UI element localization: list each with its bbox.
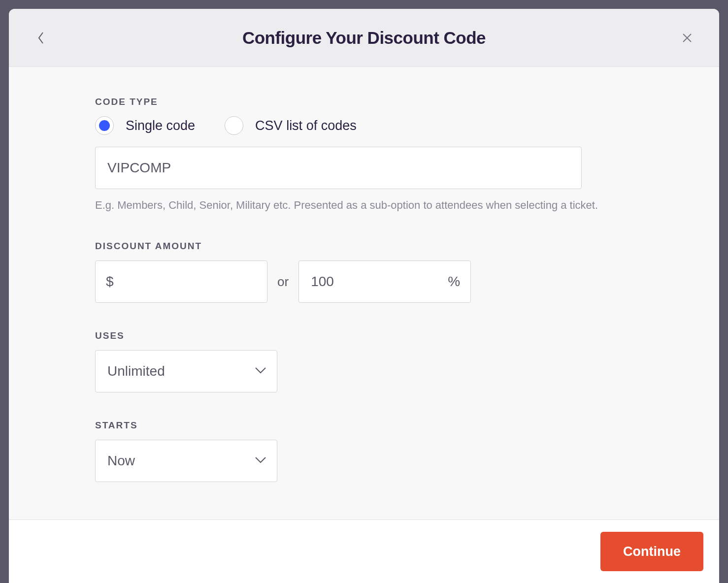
starts-select-wrapper: Now (95, 440, 277, 482)
dollar-input-wrapper: $ (95, 260, 267, 303)
uses-select[interactable]: Unlimited (95, 350, 277, 392)
uses-label: USES (95, 330, 633, 341)
uses-select-wrapper: Unlimited (95, 350, 277, 392)
radio-csv-codes[interactable]: CSV list of codes (225, 116, 357, 135)
radio-indicator (225, 116, 243, 135)
discount-code-modal: Configure Your Discount Code CODE TYPE S… (9, 9, 719, 583)
uses-section: USES Unlimited (95, 330, 633, 392)
percent-amount-input[interactable] (298, 260, 471, 303)
modal-title: Configure Your Discount Code (242, 28, 486, 48)
radio-csv-label: CSV list of codes (255, 118, 357, 133)
code-type-label: CODE TYPE (95, 97, 633, 107)
percent-symbol: % (448, 274, 460, 290)
starts-section: STARTS Now (95, 420, 633, 482)
code-type-section: CODE TYPE Single code CSV list of codes … (95, 97, 633, 213)
continue-button[interactable]: Continue (600, 532, 703, 571)
chevron-left-icon (36, 31, 45, 45)
or-text: or (277, 274, 289, 290)
starts-label: STARTS (95, 420, 633, 431)
modal-footer: Continue (9, 519, 719, 583)
percent-input-wrapper: % (298, 260, 471, 303)
close-button[interactable] (680, 31, 695, 45)
dollar-amount-input[interactable] (95, 260, 267, 303)
code-helper-text: E.g. Members, Child, Senior, Military et… (95, 197, 633, 213)
discount-amount-section: DISCOUNT AMOUNT $ or % (95, 241, 633, 303)
radio-single-code[interactable]: Single code (95, 116, 195, 135)
modal-body: CODE TYPE Single code CSV list of codes … (9, 67, 719, 519)
code-input[interactable] (95, 147, 582, 189)
modal-header: Configure Your Discount Code (9, 9, 719, 67)
back-button[interactable] (33, 31, 48, 45)
discount-amount-label: DISCOUNT AMOUNT (95, 241, 633, 252)
amount-row: $ or % (95, 260, 633, 303)
radio-indicator (95, 116, 114, 135)
dollar-symbol: $ (106, 274, 114, 290)
starts-select[interactable]: Now (95, 440, 277, 482)
close-icon (682, 32, 693, 43)
code-type-radio-group: Single code CSV list of codes (95, 116, 633, 135)
radio-single-label: Single code (126, 118, 195, 133)
